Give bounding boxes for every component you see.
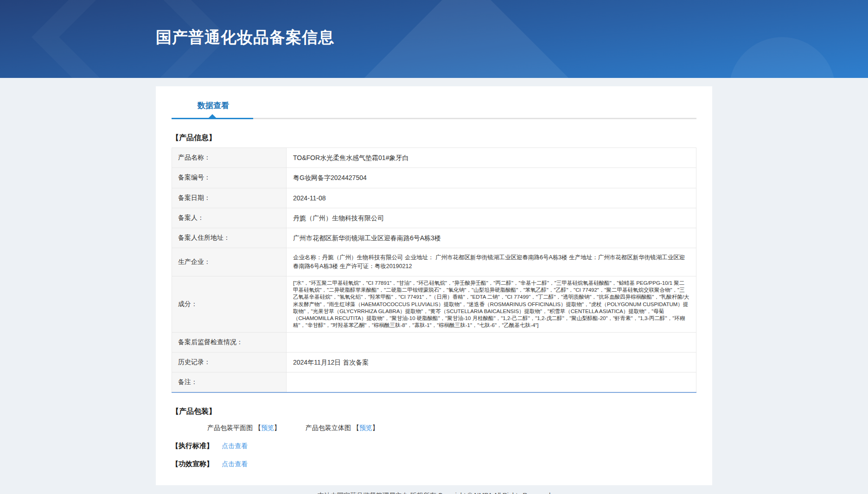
standards-row: 【执行标准】 点击查看 (172, 442, 696, 450)
row-value: 2024年11月12日 首次备案 (287, 353, 696, 372)
tab-active-indicator (172, 118, 253, 119)
table-row: 备案后监督检查情况： (172, 333, 696, 353)
row-label: 备案人： (172, 208, 287, 228)
banner-decoration-circle (729, 37, 836, 78)
page-title: 国产普通化妆品备案信息 (156, 27, 334, 48)
row-label: 历史记录： (172, 353, 287, 372)
tab-divider (172, 118, 696, 119)
row-value: 2024-11-08 (287, 188, 696, 208)
row-value (287, 372, 696, 393)
table-row: 备注： (172, 372, 696, 393)
packaging-stereo-item: 产品包装立体图 【预览】 (306, 424, 379, 431)
table-row: 备案人住所地址： 广州市花都区新华街镜湖工业区迎春南路6号A栋3楼 (172, 228, 696, 248)
row-value: 丹旎（广州）生物科技有限公司 (287, 208, 696, 228)
standards-view-link[interactable]: 点击查看 (222, 442, 248, 449)
efficacy-view-link[interactable]: 点击查看 (222, 460, 248, 468)
standards-label: 【执行标准】 (172, 442, 213, 449)
content-card: 数据查看 【产品信息】 产品名称： TO&FOR水光柔焦水感气垫霜01#象牙白 … (156, 86, 712, 485)
packaging-stereo-preview-link[interactable]: 预览 (359, 424, 372, 431)
row-value: 企业名称：丹旎（广州）生物科技有限公司 企业地址： 广州市花都区新华街镜湖工业区… (287, 248, 696, 276)
efficacy-label: 【功效宣称】 (172, 460, 213, 468)
table-row: 生产企业： 企业名称：丹旎（广州）生物科技有限公司 企业地址： 广州市花都区新华… (172, 248, 696, 276)
packaging-stereo-label: 产品包装立体图 【 (306, 424, 359, 431)
row-label: 成分： (172, 276, 287, 332)
page-header: 国产普通化妆品备案信息 (0, 0, 868, 78)
table-row: 备案编号： 粤G妆网备字2024427504 (172, 168, 696, 188)
row-label: 备案日期： (172, 188, 287, 208)
packaging-flat-label: 产品包装平面图 【 (207, 424, 261, 431)
tab-bar: 数据查看 (172, 86, 696, 111)
row-label: 备案后监督检查情况： (172, 333, 287, 353)
table-row: 备案人： 丹旎（广州）生物科技有限公司 (172, 208, 696, 228)
packaging-stereo-suffix: 】 (372, 424, 379, 431)
product-info-table: 产品名称： TO&FOR水光柔焦水感气垫霜01#象牙白 备案编号： 粤G妆网备字… (172, 148, 696, 393)
efficacy-row: 【功效宣称】 点击查看 (172, 460, 696, 468)
tab-data-view[interactable]: 数据查看 (198, 100, 229, 111)
page-footer: 本站由国家药品监督管理局主办 版权所有 Copyright © NMPA All… (0, 492, 868, 494)
row-value: ["水"，"环五聚二甲基硅氧烷"，"CI 77891"，"甘油"，"环己硅氧烷"… (287, 276, 696, 332)
packaging-flat-suffix: 】 (274, 424, 281, 431)
row-label: 备案人住所地址： (172, 228, 287, 248)
row-value: 广州市花都区新华街镜湖工业区迎春南路6号A栋3楼 (287, 228, 696, 248)
packaging-links-row: 产品包装平面图 【预览】 产品包装立体图 【预览】 (207, 424, 696, 432)
table-row: 成分： ["水"，"环五聚二甲基硅氧烷"，"CI 77891"，"甘油"，"环己… (172, 276, 696, 332)
packaging-flat-preview-link[interactable]: 预览 (261, 424, 274, 431)
table-row: 历史记录： 2024年11月12日 首次备案 (172, 353, 696, 372)
row-value: 粤G妆网备字2024427504 (287, 168, 696, 188)
banner-decoration-cube-center (362, 0, 585, 78)
row-label: 产品名称： (172, 148, 287, 168)
row-value (287, 333, 696, 353)
packaging-flat-item: 产品包装平面图 【预览】 (207, 424, 281, 431)
section-product-info-title: 【产品信息】 (172, 133, 696, 143)
row-label: 备注： (172, 372, 287, 393)
row-label: 备案编号： (172, 168, 287, 188)
row-value: TO&FOR水光柔焦水感气垫霜01#象牙白 (287, 148, 696, 168)
table-row: 产品名称： TO&FOR水光柔焦水感气垫霜01#象牙白 (172, 148, 696, 168)
table-row: 备案日期： 2024-11-08 (172, 188, 696, 208)
section-packaging-title: 【产品包装】 (172, 407, 696, 417)
row-label: 生产企业： (172, 248, 287, 276)
